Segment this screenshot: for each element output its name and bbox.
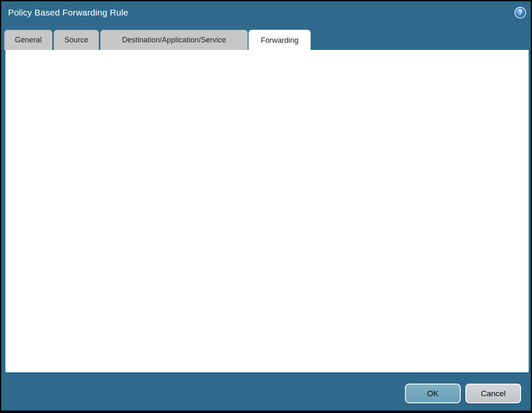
- help-icon[interactable]: ?: [514, 7, 526, 18]
- help-icon-glyph: ?: [518, 9, 522, 16]
- ok-button[interactable]: OK: [405, 384, 461, 403]
- cancel-button[interactable]: Cancel: [465, 384, 521, 403]
- tab-destination-application-service-label: Destination/Application/Service: [122, 36, 226, 44]
- tab-general-label: General: [15, 36, 42, 44]
- forwarding-tab-panel: [5, 50, 529, 372]
- dialog-title: Policy Based Forwarding Rule: [8, 8, 128, 18]
- tab-general[interactable]: General: [4, 30, 52, 50]
- tab-forwarding-label: Forwarding: [261, 36, 298, 45]
- cancel-button-label: Cancel: [481, 389, 506, 398]
- dialog-chrome: Policy Based Forwarding Rule ? General S…: [1, 1, 531, 410]
- tab-destination-application-service[interactable]: Destination/Application/Service: [100, 30, 248, 50]
- tab-source-label: Source: [64, 36, 88, 44]
- tab-source[interactable]: Source: [54, 30, 99, 50]
- policy-based-forwarding-dialog: Policy Based Forwarding Rule ? General S…: [0, 0, 532, 413]
- tab-forwarding[interactable]: Forwarding: [249, 30, 311, 50]
- ok-button-label: OK: [427, 389, 439, 398]
